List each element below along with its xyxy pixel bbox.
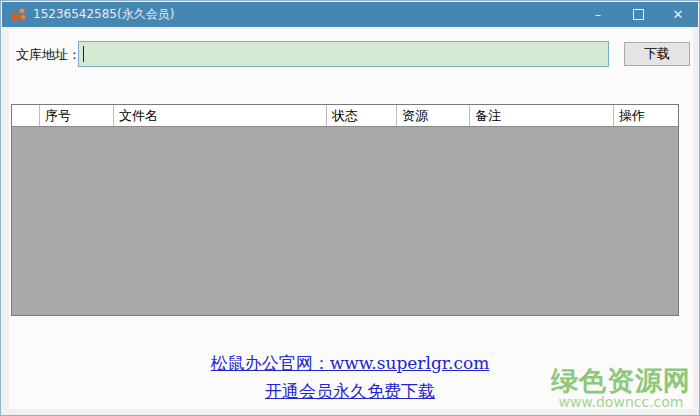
window-title: 15236542585(永久会员) bbox=[33, 6, 174, 23]
download-button[interactable]: 下载 bbox=[624, 42, 690, 66]
close-button[interactable]: ✕ bbox=[658, 2, 698, 27]
address-label: 文库地址： bbox=[16, 46, 81, 64]
file-table: 序号 文件名 状态 资源 备注 操作 bbox=[11, 104, 679, 316]
header-cell-status[interactable]: 状态 bbox=[327, 105, 397, 126]
table-empty-area bbox=[12, 127, 678, 315]
official-site-link[interactable]: 松鼠办公官网：www.superlgr.com bbox=[211, 353, 490, 373]
header-cell-resource[interactable]: 资源 bbox=[397, 105, 470, 126]
minimize-icon: – bbox=[595, 7, 602, 22]
footer-row-site: 松鼠办公官网：www.superlgr.com bbox=[1, 352, 699, 375]
header-cell-remark[interactable]: 备注 bbox=[470, 105, 614, 126]
table-header-row: 序号 文件名 状态 资源 备注 操作 bbox=[12, 105, 678, 127]
maximize-button[interactable] bbox=[618, 2, 658, 27]
header-cell-filename[interactable]: 文件名 bbox=[114, 105, 327, 126]
address-input-frame bbox=[78, 41, 609, 67]
minimize-button[interactable]: – bbox=[578, 2, 618, 27]
window-controls: – ✕ bbox=[578, 2, 698, 27]
maximize-icon bbox=[633, 9, 644, 20]
footer-row-vip: 开通会员永久免费下载 bbox=[1, 380, 699, 403]
header-cell-action[interactable]: 操作 bbox=[614, 105, 678, 126]
app-window: 15236542585(永久会员) – ✕ 文库地址： 下载 序号 文件名 状态… bbox=[0, 0, 700, 416]
squirrel-app-icon bbox=[10, 7, 27, 22]
address-input[interactable] bbox=[79, 42, 608, 66]
header-cell-rowselector[interactable] bbox=[12, 105, 40, 126]
vip-member-link[interactable]: 开通会员永久免费下载 bbox=[265, 381, 435, 401]
close-icon: ✕ bbox=[673, 7, 684, 22]
header-cell-index[interactable]: 序号 bbox=[40, 105, 114, 126]
titlebar: 15236542585(永久会员) – ✕ bbox=[2, 2, 698, 27]
